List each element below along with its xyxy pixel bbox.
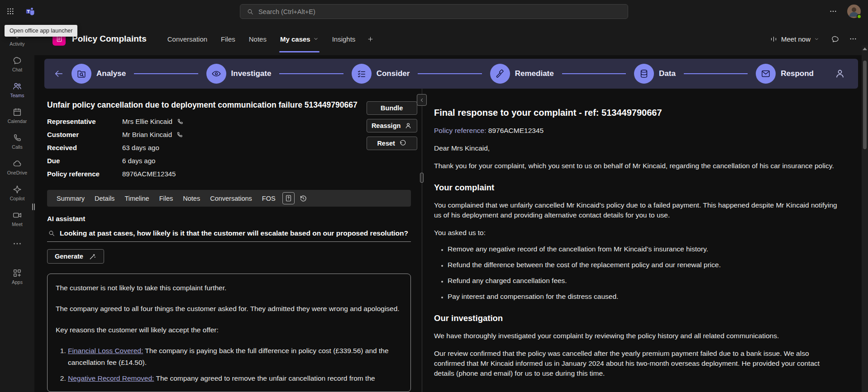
main-shell: Policy Complaints Conversation Files Not… — [34, 23, 868, 392]
case-tab-timeline[interactable]: Timeline — [120, 190, 153, 207]
case-tab-files[interactable]: Files — [155, 190, 177, 207]
topbar-more-button[interactable] — [826, 5, 840, 18]
ai-result-item: Negative Record Removed: The company agr… — [68, 373, 402, 384]
stage-remediate[interactable]: Remediate — [490, 64, 554, 84]
video-camera-icon — [12, 210, 22, 220]
case-tab-notes[interactable]: Notes — [179, 190, 204, 207]
chat-icon — [12, 56, 22, 66]
folder-search-icon — [72, 64, 91, 84]
investigation-body: We have thoroughly investigated your com… — [434, 331, 841, 341]
sidebar-item-meet[interactable]: Meet — [0, 206, 34, 231]
app-tabs: Conversation Files Notes My cases Insigh… — [162, 23, 377, 55]
open-chat-button[interactable] — [828, 32, 842, 46]
result-link-financial-loss[interactable]: Financial Loss Covered: — [68, 347, 143, 354]
request-item: Remove any negative record of the cancel… — [448, 244, 841, 254]
ai-query-input[interactable] — [60, 229, 410, 237]
generate-button[interactable]: Generate — [47, 249, 104, 264]
ai-query-row — [47, 225, 411, 242]
content-panels: Unfair policy cancellation due to deploy… — [34, 89, 868, 392]
stage-respond[interactable]: Respond — [756, 64, 814, 84]
sidebar-item-apps[interactable]: Apps — [0, 264, 34, 289]
scroll-up-arrow[interactable] — [862, 47, 868, 50]
reset-button[interactable]: Reset — [367, 137, 417, 150]
case-tab-details[interactable]: Details — [91, 190, 119, 207]
person-icon — [835, 68, 845, 79]
case-panel: Unfair policy cancellation due to deploy… — [34, 89, 422, 392]
stage-consider[interactable]: Consider — [352, 64, 410, 84]
bundle-button[interactable]: Bundle — [367, 101, 417, 115]
panel-splitter[interactable] — [422, 89, 422, 392]
sidebar-item-calendar[interactable]: Calendar — [0, 103, 34, 128]
sidebar-item-chat[interactable]: Chat — [0, 51, 34, 77]
tab-notes[interactable]: Notes — [243, 23, 272, 55]
sidebar-item-onedrive[interactable]: OneDrive — [0, 154, 34, 180]
request-item: Refund any charged cancellation fees. — [448, 276, 841, 286]
back-button[interactable] — [51, 66, 67, 82]
case-actions: Bundle Reassign Reset — [367, 94, 417, 183]
vertical-scrollbar[interactable] — [862, 45, 868, 392]
complaint-heading: Your complaint — [434, 183, 841, 193]
database-icon — [634, 64, 654, 84]
case-info: Unfair policy cancellation due to deploy… — [47, 94, 358, 183]
request-item: Refund the difference between the cost o… — [448, 260, 841, 270]
ai-result-list: Financial Loss Covered: The company is p… — [56, 345, 402, 384]
apps-grid-icon — [12, 268, 22, 278]
stage-connector — [418, 73, 482, 74]
copilot-icon — [12, 184, 22, 194]
field-due: Due 6 days ago — [47, 156, 358, 165]
tab-my-cases[interactable]: My cases — [275, 23, 324, 55]
panel-resize-handle[interactable] — [32, 203, 35, 210]
search-input[interactable] — [258, 8, 621, 15]
policy-reference-row: Policy reference: 8976ACME12345 — [434, 126, 841, 136]
complaint-body: You complained that we unfairly cancelle… — [434, 200, 841, 220]
add-tab-button[interactable] — [363, 32, 377, 46]
user-avatar[interactable] — [847, 5, 861, 18]
ellipsis-icon — [849, 35, 857, 43]
call-customer-button[interactable] — [176, 131, 183, 138]
global-search[interactable] — [240, 4, 628, 19]
call-representative-button[interactable] — [176, 118, 184, 125]
scrollbar-thumb[interactable] — [863, 61, 867, 149]
stage-pipeline: Analyse Investigate Consider — [44, 59, 858, 89]
meet-now-button[interactable]: Meet now — [765, 33, 824, 46]
tab-files[interactable]: Files — [215, 23, 241, 55]
case-help-toggle[interactable] — [282, 192, 295, 204]
policy-reference-link[interactable]: Policy reference: — [434, 127, 486, 134]
phone-icon — [176, 118, 184, 125]
sidebar-item-more[interactable] — [0, 231, 34, 257]
ai-result-item: Financial Loss Covered: The company is p… — [68, 345, 402, 369]
case-tab-conversations[interactable]: Conversations — [206, 190, 256, 207]
tab-conversation[interactable]: Conversation — [162, 23, 213, 55]
collapse-panel-button[interactable] — [417, 94, 427, 106]
gavel-icon — [490, 64, 510, 84]
stage-analyse[interactable]: Analyse — [72, 64, 126, 84]
header-actions: Meet now — [765, 32, 860, 46]
case-tab-summary[interactable]: Summary — [52, 190, 89, 207]
chat-icon — [831, 35, 839, 43]
top-bar — [0, 0, 868, 23]
cloud-icon — [12, 159, 22, 169]
stage-investigate[interactable]: Investigate — [206, 64, 272, 84]
tab-insights[interactable]: Insights — [327, 23, 361, 55]
result-link-negative-record[interactable]: Negative Record Removed: — [68, 374, 154, 382]
sidebar-item-teams[interactable]: Teams — [0, 77, 34, 103]
header-more-button[interactable] — [846, 32, 860, 46]
ai-result-paragraph: The company agreed to all four things th… — [56, 303, 402, 315]
letter-salutation: Dear Mrs Kincaid, — [434, 143, 841, 153]
sidebar-item-calls[interactable]: Calls — [0, 128, 34, 154]
teams-logo-icon[interactable] — [21, 6, 40, 17]
case-tab-strip: Summary Details Timeline Files Notes Con… — [47, 190, 411, 207]
case-history-button[interactable] — [297, 192, 310, 204]
app-launcher-button[interactable] — [0, 0, 21, 23]
document-question-icon — [285, 194, 292, 202]
letter-intro: Thank you for your complaint, which you … — [434, 161, 841, 171]
field-representative: Representative Mrs Ellie Kincaid — [47, 117, 358, 126]
assignee-person-button[interactable] — [835, 68, 845, 79]
reassign-button[interactable]: Reassign — [367, 119, 417, 132]
case-tab-fos[interactable]: FOS — [258, 190, 280, 207]
app-launcher-tooltip: Open office app launcher — [5, 25, 77, 37]
arrow-left-icon — [54, 69, 64, 79]
splitter-grip[interactable] — [420, 173, 424, 183]
sidebar-item-copilot[interactable]: Copilot — [0, 180, 34, 206]
stage-data[interactable]: Data — [634, 64, 676, 84]
